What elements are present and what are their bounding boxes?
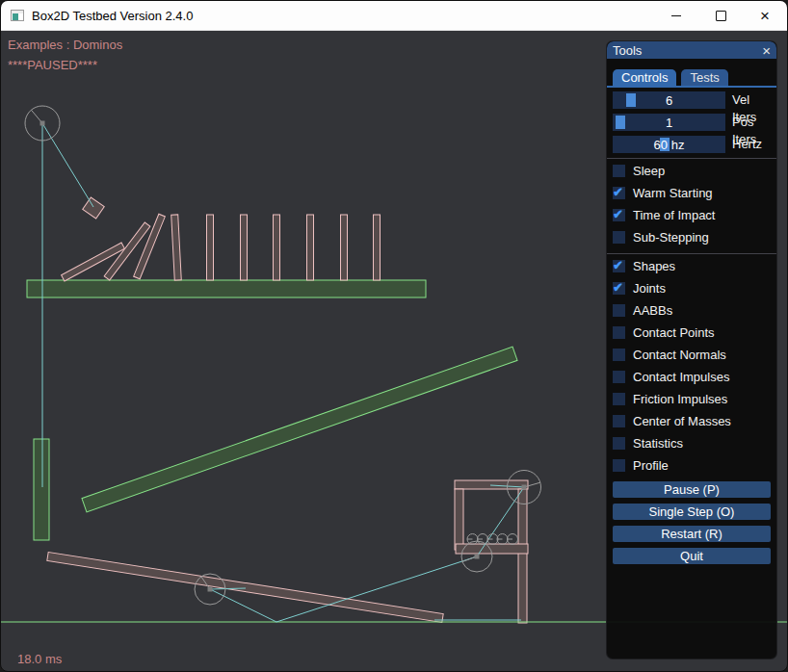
checkbox-box[interactable]: [613, 415, 625, 427]
window-controls: ×: [654, 1, 787, 30]
tools-panel-titlebar[interactable]: Tools ×: [607, 41, 776, 59]
slider-label: Vel Iters: [732, 91, 769, 109]
slider-row: 6Vel Iters: [613, 91, 769, 109]
button-pause-p[interactable]: Pause (P): [613, 481, 771, 498]
checkbox-label: Shapes: [633, 260, 675, 272]
app-icon: [11, 10, 24, 21]
checkbox-label: Contact Impulses: [633, 371, 729, 383]
dynamic-body-rect: [455, 489, 463, 550]
maximize-button[interactable]: [698, 1, 743, 30]
checkbox-contact-impulses[interactable]: Contact Impulses: [613, 371, 769, 383]
checkmark-icon[interactable]: [613, 187, 625, 199]
tab-bar: ControlsTests: [613, 69, 776, 86]
button-single-step-o[interactable]: Single Step (O): [613, 504, 771, 520]
tools-panel-content: 6Vel Iters1Pos Iters60 hzHertz SleepWarm…: [607, 88, 776, 564]
dynamic-body-rect: [455, 480, 528, 489]
button-quit[interactable]: Quit: [613, 548, 771, 564]
button-restart-r[interactable]: Restart (R): [613, 526, 771, 542]
checkbox-box[interactable]: [613, 459, 625, 472]
checkbox-profile[interactable]: Profile: [613, 459, 769, 472]
dynamic-body-rect: [83, 197, 105, 219]
separator: [607, 253, 776, 254]
joint-line: [42, 123, 93, 207]
separator: [607, 158, 776, 159]
checkbox-box[interactable]: [613, 437, 625, 450]
os-titlebar: Box2D Testbed Version 2.4.0 ×: [1, 1, 787, 31]
slider-value: 1: [613, 114, 725, 131]
slider-group: 6Vel Iters1Pos Iters60 hzHertz: [613, 91, 769, 153]
dynamic-body-rect: [307, 215, 314, 280]
frame-time-text: 18.0 ms: [17, 652, 62, 666]
checkbox-label: Center of Masses: [633, 415, 731, 427]
close-button[interactable]: ×: [743, 1, 787, 30]
paused-status-text: ****PAUSED****: [8, 58, 97, 72]
static-body-rect: [27, 280, 426, 297]
dynamic-body-rect: [241, 215, 248, 280]
checkbox-center-of-masses[interactable]: Center of Masses: [613, 415, 769, 427]
button-group: Pause (P)Single Step (O)Restart (R)Quit: [613, 481, 769, 564]
checkbox-label: Friction Impulses: [633, 393, 727, 405]
checkbox-label: Sleep: [633, 165, 665, 177]
slider-hertz[interactable]: 60 hz: [613, 136, 725, 153]
tools-panel-close-icon[interactable]: ×: [762, 43, 771, 58]
dynamic-body-rect: [134, 214, 166, 279]
checkbox-box[interactable]: [613, 349, 625, 361]
slider-row: 1Pos Iters: [613, 114, 769, 131]
joint-anchor: [208, 587, 213, 592]
slider-value: 60 hz: [613, 136, 725, 153]
slider-pos-iters[interactable]: 1: [613, 114, 725, 131]
checkbox-label: Contact Normals: [633, 349, 726, 361]
checkbox-box[interactable]: [613, 371, 625, 383]
static-body-rect: [34, 439, 49, 540]
checkmark-icon[interactable]: [613, 260, 625, 272]
checkmark-icon[interactable]: [613, 209, 625, 221]
checkbox-joints[interactable]: Joints: [613, 282, 769, 295]
checkbox-friction-impulses[interactable]: Friction Impulses: [613, 393, 769, 405]
tools-panel: Tools × ControlsTests 6Vel Iters1Pos Ite…: [606, 40, 777, 659]
checkbox-time-of-impact[interactable]: Time of Impact: [613, 209, 769, 221]
dynamic-body-rect: [518, 489, 527, 623]
minimize-icon: [671, 15, 681, 16]
slider-value: 6: [613, 91, 725, 109]
window-title: Box2D Testbed Version 2.4.0: [32, 9, 193, 23]
static-body-rect: [82, 347, 517, 512]
checkbox-box[interactable]: [613, 304, 625, 317]
checkbox-label: Contact Points: [633, 326, 715, 339]
tab-tests[interactable]: Tests: [681, 69, 727, 86]
close-icon: ×: [760, 8, 770, 24]
joint-anchor: [475, 555, 480, 559]
checkbox-sub-stepping[interactable]: Sub-Stepping: [613, 231, 769, 244]
dynamic-body-rect: [207, 215, 214, 280]
app-window: Box2D Testbed Version 2.4.0 × Examples :…: [0, 0, 788, 672]
checkbox-box[interactable]: [613, 165, 625, 177]
slider-label: Pos Iters: [732, 114, 769, 131]
minimize-button[interactable]: [654, 1, 698, 30]
checkbox-shapes[interactable]: Shapes: [613, 260, 769, 272]
checkbox-statistics[interactable]: Statistics: [613, 437, 769, 450]
slider-label: Hertz: [732, 136, 762, 153]
slider-vel-iters[interactable]: 6: [613, 91, 725, 109]
checkbox-warm-starting[interactable]: Warm Starting: [613, 187, 769, 199]
checkbox-aabbs[interactable]: AABBs: [613, 304, 769, 317]
checkbox-label: AABBs: [633, 304, 672, 317]
slider-row: 60 hzHertz: [613, 136, 769, 153]
dynamic-body-rect: [171, 215, 182, 280]
maximize-icon: [716, 11, 726, 21]
sim-flags-group: SleepWarm StartingTime of ImpactSub-Step…: [613, 165, 769, 244]
checkbox-box[interactable]: [613, 393, 625, 405]
dynamic-body-rect: [341, 215, 348, 280]
dynamic-body-rect: [374, 215, 381, 280]
checkmark-icon[interactable]: [613, 282, 625, 295]
example-name-text: Examples : Dominos: [8, 38, 122, 52]
checkbox-sleep[interactable]: Sleep: [613, 165, 769, 177]
joint-anchor: [522, 485, 527, 490]
checkbox-contact-normals[interactable]: Contact Normals: [613, 349, 769, 361]
checkbox-box[interactable]: [613, 326, 625, 339]
checkbox-contact-points[interactable]: Contact Points: [613, 326, 769, 339]
joint-anchor: [40, 121, 45, 126]
tab-controls[interactable]: Controls: [613, 69, 676, 86]
checkbox-label: Statistics: [633, 437, 683, 450]
checkbox-label: Time of Impact: [633, 209, 715, 221]
draw-flags-group: ShapesJointsAABBsContact PointsContact N…: [613, 260, 769, 472]
checkbox-box[interactable]: [613, 231, 625, 244]
